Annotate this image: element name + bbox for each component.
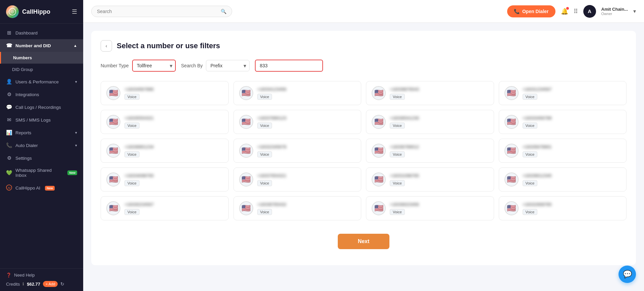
sidebar-item-whatsapp[interactable]: 💚 Whatsapp Shared Inbox New <box>0 164 83 181</box>
filters-row: Number Type Tollfree Local Mobile Search… <box>101 60 627 72</box>
voice-badge: Voice <box>523 151 538 157</box>
search-input[interactable] <box>97 9 218 14</box>
filter-number-type-label: Number Type <box>101 63 129 68</box>
number-card[interactable]: 🇺🇸 +18331234567 Voice <box>499 81 627 105</box>
number-text: +18335678901 <box>523 144 621 149</box>
number-text: +18338901234 <box>124 144 223 149</box>
voice-badge: Voice <box>523 123 538 129</box>
settings-icon: ⚙ <box>6 155 12 161</box>
number-card[interactable]: 🇺🇸 +18334098765 Voice <box>101 167 229 192</box>
number-text: +18334123456 <box>257 87 356 92</box>
search-by-select-wrapper: Prefix Area Code Pattern <box>206 60 250 71</box>
number-card[interactable]: 🇺🇸 +18336789012 Voice <box>366 139 494 163</box>
back-button[interactable]: ‹ <box>101 40 112 52</box>
number-card[interactable]: 🇺🇸 +18335678901 Voice <box>499 139 627 163</box>
flag-icon: 🇺🇸 <box>106 172 120 187</box>
avatar[interactable]: A <box>583 5 596 18</box>
sidebar-item-label: Auto Dialer <box>15 143 38 148</box>
search-by-select[interactable]: Prefix Area Code Pattern <box>206 60 250 71</box>
number-card[interactable]: 🇺🇸 +18339876543 Voice <box>366 81 494 105</box>
user-name: Amit Chain... <box>601 7 628 12</box>
sidebar-item-numbers[interactable]: Numbers <box>0 52 83 64</box>
open-dialer-button[interactable]: 📞 Open Dialer <box>507 5 555 17</box>
prefix-input[interactable] <box>255 60 323 72</box>
number-card[interactable]: 🇺🇸 +18339012345 Voice <box>499 167 627 192</box>
number-card[interactable]: 🇺🇸 +18332345678 Voice <box>233 139 362 163</box>
number-info: +18336023456 Voice <box>390 202 488 215</box>
sidebar-footer: ❓ Need Help Credits ℹ $62.77 + Add ↻ <box>0 268 83 291</box>
open-dialer-label: Open Dialer <box>522 9 549 14</box>
number-card[interactable]: 🇺🇸 +18332908765 Voice <box>499 196 627 220</box>
number-card[interactable]: 🇺🇸 +18330234567 Voice <box>101 196 229 220</box>
number-card[interactable]: 🇺🇸 +18338765432 Voice <box>233 196 362 220</box>
refresh-credits-button[interactable]: ↻ <box>60 281 64 287</box>
number-card[interactable]: 🇺🇸 +18337890123 Voice <box>233 110 362 134</box>
voice-badge: Voice <box>523 180 538 186</box>
number-card[interactable]: 🇺🇸 +18333456789 Voice <box>499 110 627 134</box>
number-card[interactable]: 🇺🇸 +18336023456 Voice <box>366 196 494 220</box>
voice-badge: Voice <box>523 209 538 215</box>
number-info: +18332908765 Voice <box>523 202 621 215</box>
number-card[interactable]: 🇺🇸 +18334123456 Voice <box>233 81 362 105</box>
flag-icon: 🇺🇸 <box>239 115 253 129</box>
sidebar-item-number-and-did[interactable]: ☎ Number and DID ▲ <box>0 39 83 52</box>
hamburger-icon[interactable]: ☰ <box>72 8 77 15</box>
number-card[interactable]: 🇺🇸 +18335554321 Voice <box>101 110 229 134</box>
voice-badge: Voice <box>124 123 140 129</box>
next-button[interactable]: Next <box>338 234 390 249</box>
sidebar-item-sms-logs[interactable]: ✉ SMS / MMS Logs <box>0 114 83 126</box>
chevron-up-icon: ▲ <box>73 44 77 48</box>
sidebar-item-call-logs[interactable]: 💬 Call Logs / Recordings <box>0 101 83 114</box>
user-info[interactable]: Amit Chain... Owner <box>601 7 628 16</box>
number-card[interactable]: 🇺🇸 +18336541230 Voice <box>366 110 494 134</box>
number-text: +18333456789 <box>523 116 621 121</box>
sidebar-item-auto-dialer[interactable]: 📞 Auto Dialer ▾ <box>0 139 83 152</box>
number-text: +18334567890 <box>124 87 223 92</box>
number-card[interactable]: 🇺🇸 +18338901234 Voice <box>101 139 229 163</box>
search-bar[interactable]: 🔍 <box>91 6 232 17</box>
user-dropdown-icon[interactable]: ▾ <box>633 8 636 14</box>
sidebar-item-dashboard[interactable]: ⊞ Dashboard <box>0 26 83 39</box>
notification-button[interactable]: 🔔 <box>561 8 568 15</box>
logo-text: CallHippo <box>22 8 50 15</box>
flag-icon: 🇺🇸 <box>504 144 519 158</box>
add-credits-button[interactable]: + Add <box>43 281 58 287</box>
number-type-select-wrapper: Tollfree Local Mobile <box>132 60 176 72</box>
sidebar-item-users-performance[interactable]: 👤 Users & Performance ▾ <box>0 75 83 88</box>
sidebar-item-label: Settings <box>15 156 32 161</box>
number-info: +18330234567 Voice <box>124 202 223 215</box>
chevron-down-icon: ▾ <box>75 143 77 148</box>
logo-icon <box>6 5 19 18</box>
number-card[interactable]: 🇺🇸 +18334567890 Voice <box>101 81 229 105</box>
voice-badge: Voice <box>390 151 405 157</box>
voice-badge: Voice <box>390 94 405 100</box>
need-help-item[interactable]: ❓ Need Help <box>6 273 77 278</box>
notification-dot <box>566 7 569 10</box>
voice-badge: Voice <box>124 180 140 186</box>
sidebar-item-reports[interactable]: 📊 Reports ▾ <box>0 126 83 139</box>
flag-icon: 🇺🇸 <box>372 172 386 187</box>
flag-icon: 🇺🇸 <box>504 201 519 215</box>
sidebar-item-integrations[interactable]: ⚙ Integrations <box>0 88 83 101</box>
voice-badge: Voice <box>257 209 272 215</box>
sidebar-item-callhippo-ai[interactable]: AI CallHippo AI New <box>0 181 83 195</box>
number-text: +18335554321 <box>124 116 223 121</box>
sidebar-item-settings[interactable]: ⚙ Settings <box>0 152 83 164</box>
grid-menu-button[interactable]: ⠿ <box>574 8 578 15</box>
sidebar-logo: CallHippo ☰ <box>0 0 83 24</box>
sidebar-item-label: Reports <box>15 130 31 135</box>
call-logs-icon: 💬 <box>6 104 12 110</box>
number-text: +18339876543 <box>390 87 488 92</box>
new-badge: New <box>67 170 77 175</box>
number-type-select[interactable]: Tollfree Local Mobile <box>132 60 176 72</box>
whatsapp-icon: 💚 <box>6 170 12 176</box>
sidebar-nav: ⊞ Dashboard ☎ Number and DID ▲ Numbers D… <box>0 24 83 268</box>
flag-icon: 🇺🇸 <box>239 86 253 100</box>
voice-badge: Voice <box>257 123 272 129</box>
number-info: +18331098765 Voice <box>390 173 488 186</box>
chat-support-button[interactable]: 💬 <box>619 266 636 283</box>
number-card[interactable]: 🇺🇸 +18337654321 Voice <box>233 167 362 192</box>
sidebar-item-did-group[interactable]: DID Group <box>0 64 83 75</box>
credits-label: Credits <box>6 282 20 287</box>
number-card[interactable]: 🇺🇸 +18331098765 Voice <box>366 167 494 192</box>
